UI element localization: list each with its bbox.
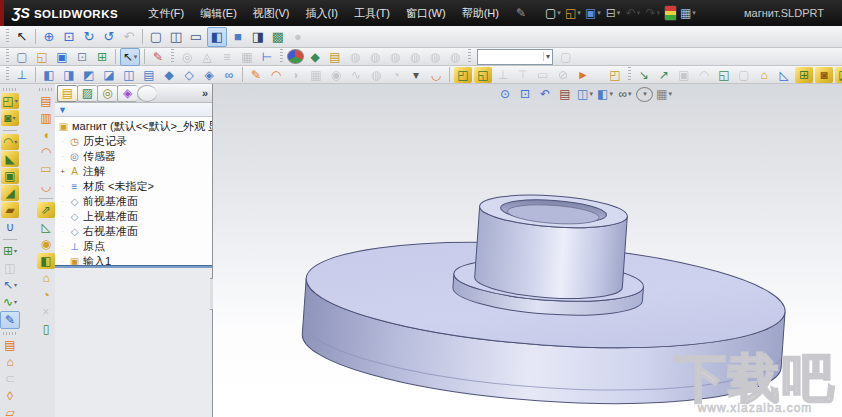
view-right-button[interactable]: ◪ — [100, 67, 118, 83]
reference-geometry-button[interactable]: ◬ — [198, 49, 216, 65]
helix-button[interactable]: ✎ — [247, 67, 265, 83]
tooling-split-button[interactable]: ⊞ — [795, 67, 813, 83]
hidden-lines-visible-button[interactable]: ◫ — [167, 28, 185, 46]
smart-dimension-button[interactable]: ◎ — [178, 49, 196, 65]
curvature-button[interactable]: ◍ — [386, 49, 404, 65]
panel-flyout-button[interactable]: » — [202, 87, 208, 99]
move-copy-body-button[interactable]: ► — [574, 67, 592, 83]
expander-icon[interactable]: + — [57, 167, 68, 176]
edit-appearance-button[interactable]: ▾ — [636, 87, 653, 102]
wireframe-button[interactable]: ▢ — [147, 28, 165, 46]
view-back-button[interactable]: ◨ — [60, 67, 78, 83]
shaded-button[interactable]: ■ — [229, 28, 247, 46]
shadows-in-shaded-button[interactable]: ◨ — [249, 28, 267, 46]
linear-pattern-icon-dropdown[interactable]: ▾ — [14, 243, 17, 259]
sketch-button[interactable]: ✎ — [149, 49, 167, 65]
thread-button[interactable]: ⊤ — [514, 67, 532, 83]
radiate-surface-icon[interactable]: ◺ — [37, 219, 55, 235]
dimension-button[interactable]: ⊢ — [258, 49, 276, 65]
new-document-button[interactable]: ▢▾ — [544, 5, 562, 21]
view-left-button[interactable]: ◩ — [80, 67, 98, 83]
boundary-surface-icon[interactable]: ▭ — [37, 161, 55, 177]
combobox-dropdown-arrow[interactable]: ▾ — [543, 52, 552, 61]
material-editor-button[interactable]: ▤ — [326, 49, 344, 65]
lofted-surface-icon[interactable]: ◠ — [37, 144, 55, 160]
split-button[interactable]: ◔ — [387, 67, 405, 83]
zoom-area-button[interactable]: ⊡ — [60, 28, 78, 46]
save-button[interactable]: ▣ — [53, 49, 71, 65]
menu-tools[interactable]: 工具(T) — [346, 0, 398, 26]
tree-item-front-plane[interactable]: ·◇前视基准面 — [57, 194, 212, 209]
grid-snap-button[interactable]: ▦ — [238, 49, 256, 65]
tree-item-part[interactable]: ▣магнит (默认<<默认>_外观 显 — [57, 119, 212, 134]
untrim-surface-icon[interactable]: × — [37, 304, 55, 320]
toolbar-drag-handle[interactable] — [280, 49, 283, 64]
wrap-button[interactable]: ◗ — [287, 67, 305, 83]
print-button-dropdown[interactable]: ▾ — [617, 5, 621, 21]
select-arrow-button[interactable]: ↖▾ — [120, 48, 140, 66]
make-assembly-button[interactable]: ⊞ — [93, 49, 111, 65]
displaymanager-tab[interactable] — [137, 85, 157, 102]
deform-button[interactable]: ▦ — [307, 67, 325, 83]
display-style-button[interactable]: ◧▾ — [596, 86, 614, 102]
chamfer-icon[interactable]: ◣ — [1, 151, 19, 167]
extruded-surface-icon[interactable]: ▤ — [37, 93, 55, 109]
dome-button[interactable]: ◠ — [267, 67, 285, 83]
redo-button[interactable]: ↷▾ — [644, 5, 662, 21]
zoom-in-out-button[interactable]: ⊕ — [40, 28, 58, 46]
view-orientation-button[interactable]: ◫▾ — [576, 86, 594, 102]
previous-view-button[interactable]: ↶ — [120, 28, 138, 46]
tree-item-top-plane[interactable]: ·◇上视基准面 — [57, 209, 212, 224]
select-button[interactable]: ↖ — [13, 28, 31, 46]
sketched-bend-icon[interactable]: ▱ — [1, 405, 19, 417]
options-button-dropdown[interactable]: ▾ — [692, 5, 696, 21]
options-button[interactable]: ▦▾ — [679, 5, 697, 21]
toolbar-drag-handle[interactable] — [6, 49, 9, 64]
view-bottom-button[interactable]: ▤ — [140, 67, 158, 83]
thicken-icon[interactable]: ▯ — [37, 321, 55, 337]
edge-flange-icon[interactable]: ⌂ — [1, 354, 19, 370]
view-isometric-button[interactable]: ◆ — [160, 67, 178, 83]
toolbar-drag-handle[interactable] — [171, 49, 174, 64]
section-view-button[interactable]: ▤ — [556, 86, 574, 102]
core-button[interactable]: ◙ — [815, 67, 833, 83]
rip-button[interactable]: ▢ — [735, 67, 753, 83]
cavity-button[interactable]: ◪ — [835, 67, 842, 83]
menu-help[interactable]: 帮助(H) — [454, 0, 507, 26]
undercut-detection-button[interactable]: ◍ — [446, 49, 464, 65]
featuremanager-tab[interactable]: ▤ — [57, 85, 77, 102]
toolbar-drag-handle[interactable] — [628, 67, 631, 82]
design-binder-button[interactable]: ▢ — [557, 49, 575, 65]
tree-item-origin[interactable]: ·⊥原点 — [57, 239, 212, 254]
instant3d-wand-icon[interactable]: ↖▾ — [1, 277, 19, 293]
trim-surface-icon[interactable]: ◔ — [37, 287, 55, 303]
draft-analysis-button[interactable]: ◍ — [426, 49, 444, 65]
fillet-icon[interactable]: ◠▾ — [1, 134, 19, 150]
toolbar-drag-handle[interactable] — [3, 88, 17, 91]
flex-button[interactable]: ∿ — [347, 67, 365, 83]
new-document-button[interactable]: ▢ — [13, 49, 31, 65]
export-button[interactable]: ↗ — [655, 67, 673, 83]
texture-button[interactable]: ◆ — [306, 49, 324, 65]
freeform-spline-icon[interactable]: ∿▾ — [1, 294, 19, 310]
configurationmanager-tab[interactable]: ◎ — [97, 85, 117, 102]
intersect-button[interactable]: ◍ — [367, 67, 385, 83]
configuration-combobox[interactable]: ▾ — [477, 49, 553, 65]
make-drawing-button[interactable]: ⊡ — [73, 49, 91, 65]
hem-icon[interactable]: ⊂ — [1, 371, 19, 387]
curvature-check-button[interactable]: ◠ — [695, 67, 713, 83]
extruded-boss-icon[interactable]: ◰▾ — [1, 93, 19, 109]
offset-surface-icon[interactable]: ⇗ — [37, 202, 55, 218]
planar-surface-icon[interactable]: ◧ — [37, 253, 55, 269]
revolved-surface-icon[interactable]: ▥ — [37, 110, 55, 126]
draft-icon[interactable]: ◢ — [1, 185, 19, 201]
swept-surface-icon[interactable]: ◖ — [37, 127, 55, 143]
filled-surface-icon[interactable]: ◡ — [37, 178, 55, 194]
deviation-analysis-button[interactable]: ◍ — [366, 49, 384, 65]
shell-icon[interactable]: ▣ — [1, 168, 19, 184]
base-flange-icon[interactable]: ▤ — [1, 337, 19, 353]
new-document-button-dropdown[interactable]: ▾ — [557, 5, 561, 21]
rib-icon[interactable]: ▰ — [1, 202, 19, 218]
undo-button-dropdown[interactable]: ▾ — [637, 5, 641, 21]
toolbar-drag-handle[interactable] — [6, 67, 9, 82]
